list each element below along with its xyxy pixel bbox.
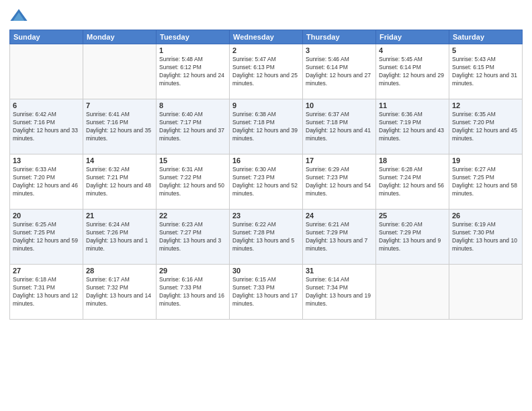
calendar-cell: 24Sunrise: 6:21 AM Sunset: 7:29 PM Dayli… bbox=[303, 210, 376, 265]
day-number: 8 bbox=[159, 101, 226, 109]
day-info: Sunrise: 6:31 AM Sunset: 7:22 PM Dayligh… bbox=[159, 166, 226, 198]
day-info: Sunrise: 5:47 AM Sunset: 6:13 PM Dayligh… bbox=[232, 56, 300, 88]
day-info: Sunrise: 5:46 AM Sunset: 6:14 PM Dayligh… bbox=[306, 56, 373, 88]
day-info: Sunrise: 5:45 AM Sunset: 6:14 PM Dayligh… bbox=[379, 56, 446, 88]
weekday-header-friday: Friday bbox=[376, 30, 449, 44]
calendar-cell: 19Sunrise: 6:27 AM Sunset: 7:25 PM Dayli… bbox=[449, 154, 523, 210]
calendar-cell: 12Sunrise: 6:35 AM Sunset: 7:20 PM Dayli… bbox=[449, 99, 523, 154]
calendar-cell: 26Sunrise: 6:19 AM Sunset: 7:30 PM Dayli… bbox=[449, 210, 523, 265]
calendar-cell: 18Sunrise: 6:28 AM Sunset: 7:24 PM Dayli… bbox=[376, 154, 449, 210]
calendar-cell: 8Sunrise: 6:40 AM Sunset: 7:17 PM Daylig… bbox=[157, 99, 230, 154]
day-number: 1 bbox=[159, 46, 226, 54]
weekday-header-saturday: Saturday bbox=[449, 30, 523, 44]
day-number: 19 bbox=[452, 156, 519, 165]
weekday-header-wednesday: Wednesday bbox=[230, 30, 303, 44]
day-number: 25 bbox=[379, 212, 446, 220]
day-info: Sunrise: 6:41 AM Sunset: 7:16 PM Dayligh… bbox=[86, 111, 153, 143]
day-number: 6 bbox=[13, 101, 80, 109]
day-number: 5 bbox=[452, 46, 519, 54]
day-number: 16 bbox=[232, 156, 300, 165]
day-info: Sunrise: 6:27 AM Sunset: 7:25 PM Dayligh… bbox=[452, 166, 519, 198]
day-info: Sunrise: 5:48 AM Sunset: 6:12 PM Dayligh… bbox=[159, 56, 226, 88]
day-number: 3 bbox=[306, 46, 373, 54]
calendar-cell bbox=[83, 44, 157, 99]
day-number: 29 bbox=[159, 267, 226, 275]
day-number: 10 bbox=[306, 101, 373, 109]
logo bbox=[9, 7, 31, 26]
day-number: 11 bbox=[379, 101, 446, 109]
calendar-table: SundayMondayTuesdayWednesdayThursdayFrid… bbox=[9, 30, 523, 320]
day-info: Sunrise: 6:20 AM Sunset: 7:29 PM Dayligh… bbox=[379, 221, 446, 253]
calendar-cell: 29Sunrise: 6:16 AM Sunset: 7:33 PM Dayli… bbox=[157, 265, 230, 320]
day-number: 7 bbox=[86, 101, 153, 109]
day-info: Sunrise: 6:25 AM Sunset: 7:25 PM Dayligh… bbox=[13, 221, 80, 253]
day-info: Sunrise: 6:32 AM Sunset: 7:21 PM Dayligh… bbox=[86, 166, 153, 198]
day-info: Sunrise: 6:36 AM Sunset: 7:19 PM Dayligh… bbox=[379, 111, 446, 143]
calendar-cell: 21Sunrise: 6:24 AM Sunset: 7:26 PM Dayli… bbox=[83, 210, 157, 265]
day-number: 26 bbox=[452, 212, 519, 220]
logo-icon bbox=[9, 7, 28, 26]
week-row-1: 6Sunrise: 6:42 AM Sunset: 7:16 PM Daylig… bbox=[10, 99, 523, 154]
day-number: 9 bbox=[232, 101, 300, 109]
day-number: 30 bbox=[232, 267, 300, 275]
calendar-cell: 16Sunrise: 6:30 AM Sunset: 7:23 PM Dayli… bbox=[230, 154, 303, 210]
day-number: 13 bbox=[13, 156, 80, 165]
day-info: Sunrise: 6:35 AM Sunset: 7:20 PM Dayligh… bbox=[452, 111, 519, 143]
calendar-cell: 7Sunrise: 6:41 AM Sunset: 7:16 PM Daylig… bbox=[83, 99, 157, 154]
day-info: Sunrise: 6:18 AM Sunset: 7:31 PM Dayligh… bbox=[13, 276, 80, 308]
calendar-cell bbox=[449, 265, 523, 320]
day-number: 21 bbox=[86, 212, 153, 220]
page: SundayMondayTuesdayWednesdayThursdayFrid… bbox=[0, 0, 532, 411]
calendar-cell: 20Sunrise: 6:25 AM Sunset: 7:25 PM Dayli… bbox=[10, 210, 83, 265]
calendar-cell: 4Sunrise: 5:45 AM Sunset: 6:14 PM Daylig… bbox=[376, 44, 449, 99]
day-number: 24 bbox=[306, 212, 373, 220]
week-row-2: 13Sunrise: 6:33 AM Sunset: 7:20 PM Dayli… bbox=[10, 154, 523, 210]
day-info: Sunrise: 6:28 AM Sunset: 7:24 PM Dayligh… bbox=[379, 166, 446, 198]
weekday-header-monday: Monday bbox=[83, 30, 157, 44]
calendar-cell: 6Sunrise: 6:42 AM Sunset: 7:16 PM Daylig… bbox=[10, 99, 83, 154]
week-row-4: 27Sunrise: 6:18 AM Sunset: 7:31 PM Dayli… bbox=[10, 265, 523, 320]
day-info: Sunrise: 6:42 AM Sunset: 7:16 PM Dayligh… bbox=[13, 111, 80, 143]
day-number: 4 bbox=[379, 46, 446, 54]
calendar-cell: 2Sunrise: 5:47 AM Sunset: 6:13 PM Daylig… bbox=[230, 44, 303, 99]
calendar-cell: 27Sunrise: 6:18 AM Sunset: 7:31 PM Dayli… bbox=[10, 265, 83, 320]
day-number: 15 bbox=[159, 156, 226, 165]
day-number: 31 bbox=[306, 267, 373, 275]
calendar-cell: 14Sunrise: 6:32 AM Sunset: 7:21 PM Dayli… bbox=[83, 154, 157, 210]
calendar-cell: 10Sunrise: 6:37 AM Sunset: 7:18 PM Dayli… bbox=[303, 99, 376, 154]
weekday-header-sunday: Sunday bbox=[10, 30, 83, 44]
day-info: Sunrise: 6:17 AM Sunset: 7:32 PM Dayligh… bbox=[86, 276, 153, 308]
day-info: Sunrise: 6:37 AM Sunset: 7:18 PM Dayligh… bbox=[306, 111, 373, 143]
calendar-cell: 11Sunrise: 6:36 AM Sunset: 7:19 PM Dayli… bbox=[376, 99, 449, 154]
calendar-cell: 5Sunrise: 5:43 AM Sunset: 6:15 PM Daylig… bbox=[449, 44, 523, 99]
day-info: Sunrise: 6:30 AM Sunset: 7:23 PM Dayligh… bbox=[232, 166, 300, 198]
day-number: 12 bbox=[452, 101, 519, 109]
day-number: 14 bbox=[86, 156, 153, 165]
calendar-cell: 30Sunrise: 6:15 AM Sunset: 7:33 PM Dayli… bbox=[230, 265, 303, 320]
calendar-cell: 3Sunrise: 5:46 AM Sunset: 6:14 PM Daylig… bbox=[303, 44, 376, 99]
day-info: Sunrise: 6:24 AM Sunset: 7:26 PM Dayligh… bbox=[86, 221, 153, 253]
day-info: Sunrise: 6:21 AM Sunset: 7:29 PM Dayligh… bbox=[306, 221, 373, 253]
calendar-cell: 28Sunrise: 6:17 AM Sunset: 7:32 PM Dayli… bbox=[83, 265, 157, 320]
calendar-cell: 15Sunrise: 6:31 AM Sunset: 7:22 PM Dayli… bbox=[157, 154, 230, 210]
week-row-0: 1Sunrise: 5:48 AM Sunset: 6:12 PM Daylig… bbox=[10, 44, 523, 99]
day-number: 18 bbox=[379, 156, 446, 165]
day-number: 17 bbox=[306, 156, 373, 165]
day-info: Sunrise: 6:16 AM Sunset: 7:33 PM Dayligh… bbox=[159, 276, 226, 308]
day-info: Sunrise: 6:15 AM Sunset: 7:33 PM Dayligh… bbox=[232, 276, 300, 308]
calendar-cell: 1Sunrise: 5:48 AM Sunset: 6:12 PM Daylig… bbox=[157, 44, 230, 99]
header bbox=[9, 7, 523, 26]
calendar-cell: 22Sunrise: 6:23 AM Sunset: 7:27 PM Dayli… bbox=[157, 210, 230, 265]
day-info: Sunrise: 6:23 AM Sunset: 7:27 PM Dayligh… bbox=[159, 221, 226, 253]
day-info: Sunrise: 6:19 AM Sunset: 7:30 PM Dayligh… bbox=[452, 221, 519, 253]
calendar-cell: 23Sunrise: 6:22 AM Sunset: 7:28 PM Dayli… bbox=[230, 210, 303, 265]
calendar-cell bbox=[376, 265, 449, 320]
day-number: 22 bbox=[159, 212, 226, 220]
day-info: Sunrise: 6:40 AM Sunset: 7:17 PM Dayligh… bbox=[159, 111, 226, 143]
calendar-cell: 13Sunrise: 6:33 AM Sunset: 7:20 PM Dayli… bbox=[10, 154, 83, 210]
day-number: 2 bbox=[232, 46, 300, 54]
weekday-header-thursday: Thursday bbox=[303, 30, 376, 44]
day-info: Sunrise: 5:43 AM Sunset: 6:15 PM Dayligh… bbox=[452, 56, 519, 88]
day-info: Sunrise: 6:22 AM Sunset: 7:28 PM Dayligh… bbox=[232, 221, 300, 253]
calendar-cell: 25Sunrise: 6:20 AM Sunset: 7:29 PM Dayli… bbox=[376, 210, 449, 265]
